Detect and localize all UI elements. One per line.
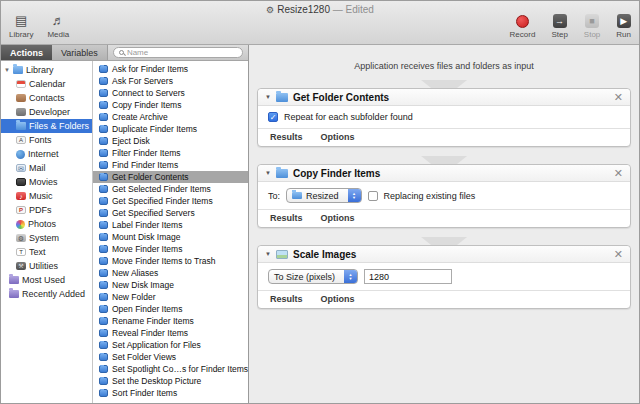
replacing-existing-checkbox[interactable]	[368, 191, 378, 201]
media-button[interactable]: ♬ Media	[47, 13, 69, 39]
action-list-item[interactable]: New Aliases	[93, 267, 248, 279]
action-list-item[interactable]: Find Finder Items	[93, 159, 248, 171]
action-list-item[interactable]: Ask for Finder Items	[93, 63, 248, 75]
results-link[interactable]: Results	[270, 132, 303, 142]
sidebar-label: Mail	[29, 163, 46, 173]
sidebar-item-utilities[interactable]: Utilities	[1, 259, 92, 273]
action-icon	[99, 317, 108, 325]
block-header[interactable]: ▼ Scale Images ✕	[258, 246, 630, 263]
options-link[interactable]: Options	[321, 294, 355, 304]
action-label: Filter Finder Items	[112, 148, 181, 158]
action-list-item[interactable]: Move Finder Items	[93, 243, 248, 255]
library-icon: ▤	[15, 13, 27, 29]
run-button[interactable]: ▶ Run	[616, 13, 631, 39]
close-icon[interactable]: ✕	[614, 168, 623, 179]
record-button[interactable]: Record	[510, 13, 536, 39]
search-field[interactable]	[113, 47, 243, 58]
action-list-item[interactable]: Move Finder Items to Trash	[93, 255, 248, 267]
size-value-input[interactable]	[364, 269, 452, 284]
sidebar-label: Photos	[28, 219, 56, 229]
sidebar-item-developer[interactable]: Developer	[1, 105, 92, 119]
tab-actions[interactable]: Actions	[1, 45, 52, 60]
action-list-item[interactable]: Create Archive	[93, 111, 248, 123]
tab-variables[interactable]: Variables	[52, 45, 108, 60]
system-icon	[16, 234, 26, 242]
action-icon	[99, 293, 108, 301]
block-title: Get Folder Contents	[293, 92, 389, 103]
action-list-item[interactable]: Get Specified Finder Items	[93, 195, 248, 207]
sidebar-item-files-folders[interactable]: Files & Folders	[1, 119, 92, 133]
size-mode-popup[interactable]: To Size (pixels)	[268, 269, 358, 284]
results-link[interactable]: Results	[270, 294, 303, 304]
sidebar-item-text[interactable]: Text	[1, 245, 92, 259]
action-list-item[interactable]: Label Finder Items	[93, 219, 248, 231]
repeat-subfolder-checkbox[interactable]	[268, 112, 278, 122]
step-button[interactable]: → Step	[551, 13, 567, 39]
action-list-item[interactable]: New Folder	[93, 291, 248, 303]
mail-icon	[16, 164, 26, 172]
action-list-item[interactable]: New Disk Image	[93, 279, 248, 291]
action-icon	[99, 113, 108, 121]
options-link[interactable]: Options	[321, 132, 355, 142]
action-list-item[interactable]: Mount Disk Image	[93, 231, 248, 243]
sidebar-item-movies[interactable]: Movies	[1, 175, 92, 189]
sidebar-item-photos[interactable]: Photos	[1, 217, 92, 231]
action-list-item[interactable]: Get Selected Finder Items	[93, 183, 248, 195]
action-list-item[interactable]: Open Finder Items	[93, 303, 248, 315]
sidebar-item-music[interactable]: Music	[1, 189, 92, 203]
results-link[interactable]: Results	[270, 213, 303, 223]
action-list-item[interactable]: Set Folder Views	[93, 351, 248, 363]
action-list-item[interactable]: Eject Disk	[93, 135, 248, 147]
sidebar-item-internet[interactable]: Internet	[1, 147, 92, 161]
sidebar-item-library[interactable]: ▼ Library	[1, 63, 92, 77]
action-label: New Folder	[112, 292, 155, 302]
close-icon[interactable]: ✕	[614, 92, 623, 103]
sidebar-label: Fonts	[29, 135, 52, 145]
action-label: Set Folder Views	[112, 352, 176, 362]
sidebar-item-pdfs[interactable]: PDFs	[1, 203, 92, 217]
action-icon	[99, 149, 108, 157]
action-list-item-get-folder-contents[interactable]: Get Folder Contents	[93, 171, 248, 183]
action-list-item[interactable]: Ask For Servers	[93, 75, 248, 87]
action-list-item[interactable]: Connect to Servers	[93, 87, 248, 99]
action-icon	[99, 377, 108, 385]
action-icon	[99, 257, 108, 265]
workflow-canvas: Application receives files and folders a…	[249, 45, 639, 403]
action-list-item[interactable]: Set Spotlight Co…s for Finder Items	[93, 363, 248, 375]
sidebar-item-fonts[interactable]: Fonts	[1, 133, 92, 147]
block-header[interactable]: ▼ Get Folder Contents ✕	[258, 89, 630, 106]
stop-button[interactable]: ■ Stop	[584, 13, 600, 39]
library-button[interactable]: ▤ Library	[9, 13, 33, 39]
sidebar-label: PDFs	[29, 205, 52, 215]
action-list-item[interactable]: Sort Finder Items	[93, 387, 248, 399]
disclosure-triangle-icon[interactable]: ▼	[4, 67, 10, 73]
sidebar-item-contacts[interactable]: Contacts	[1, 91, 92, 105]
close-icon[interactable]: ✕	[614, 249, 623, 260]
sidebar-item-most-used[interactable]: Most Used	[1, 273, 92, 287]
action-list-item[interactable]: Copy Finder Items	[93, 99, 248, 111]
sidebar-item-recently-added[interactable]: Recently Added	[1, 287, 92, 301]
sidebar-item-mail[interactable]: Mail	[1, 161, 92, 175]
action-list-item[interactable]: Reveal Finder Items	[93, 327, 248, 339]
action-list-item[interactable]: Set the Desktop Picture	[93, 375, 248, 387]
action-block-scale-images: ▼ Scale Images ✕ To Size (pixels) Result…	[257, 245, 631, 309]
options-link[interactable]: Options	[321, 213, 355, 223]
action-list-item[interactable]: Duplicate Finder Items	[93, 123, 248, 135]
destination-popup[interactable]: Resized	[286, 188, 362, 203]
action-list-item[interactable]: Set Application for Files	[93, 339, 248, 351]
action-icon	[99, 209, 108, 217]
action-list-item[interactable]: Get Specified Servers	[93, 207, 248, 219]
block-header[interactable]: ▼ Copy Finder Items ✕	[258, 165, 630, 182]
action-icon	[99, 281, 108, 289]
action-list-item[interactable]: Filter Finder Items	[93, 147, 248, 159]
action-list-item[interactable]: Rename Finder Items	[93, 315, 248, 327]
disclosure-triangle-icon[interactable]: ▼	[265, 170, 271, 176]
disclosure-triangle-icon[interactable]: ▼	[265, 94, 271, 100]
action-label: Set Spotlight Co…s for Finder Items	[112, 364, 248, 374]
disclosure-triangle-icon[interactable]: ▼	[265, 251, 271, 257]
run-button-label: Run	[616, 30, 631, 39]
action-icon	[99, 173, 108, 181]
sidebar-item-system[interactable]: System	[1, 231, 92, 245]
sidebar-item-calendar[interactable]: Calendar	[1, 77, 92, 91]
search-input[interactable]	[127, 48, 237, 57]
